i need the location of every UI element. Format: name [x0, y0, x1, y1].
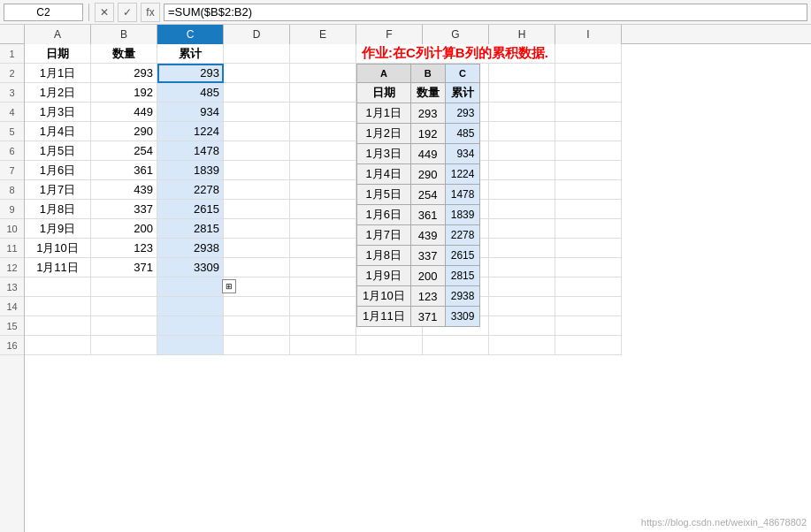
cell-A3[interactable]: 1月2日	[25, 83, 91, 103]
cell-G11[interactable]	[423, 239, 489, 258]
cell-C5[interactable]: 1224	[157, 122, 224, 141]
cell-C1[interactable]: 累计	[157, 44, 224, 64]
cell-H9[interactable]	[489, 200, 555, 219]
cell-F3[interactable]	[356, 83, 423, 103]
cell-C12[interactable]: 3309	[157, 258, 224, 277]
cell-B7[interactable]: 361	[91, 161, 157, 180]
cell-A14[interactable]	[25, 297, 91, 316]
cell-D11[interactable]	[224, 239, 290, 258]
cell-I5[interactable]	[555, 122, 622, 141]
row-num-16[interactable]: 16	[0, 336, 24, 355]
cell-F11[interactable]	[356, 239, 423, 258]
cell-B3[interactable]: 192	[91, 83, 157, 103]
cell-B11[interactable]: 123	[91, 239, 157, 258]
cell-C8[interactable]: 2278	[157, 180, 224, 200]
cell-G12[interactable]	[423, 258, 489, 277]
cell-I15[interactable]	[555, 316, 622, 336]
row-num-13[interactable]: 13	[0, 277, 24, 297]
cell-A1[interactable]: 日期	[25, 44, 91, 64]
name-box[interactable]	[4, 4, 83, 21]
cell-A8[interactable]: 1月7日	[25, 180, 91, 200]
cell-G6[interactable]	[423, 141, 489, 161]
cell-A5[interactable]: 1月4日	[25, 122, 91, 141]
cell-A16[interactable]	[25, 336, 91, 355]
cell-B1[interactable]: 数量	[91, 44, 157, 64]
cell-I12[interactable]	[555, 258, 622, 277]
col-header-B[interactable]: B	[91, 25, 157, 44]
col-header-D[interactable]: D	[224, 25, 290, 44]
cell-C9[interactable]: 2615	[157, 200, 224, 219]
cell-D5[interactable]	[224, 122, 290, 141]
cell-I9[interactable]	[555, 200, 622, 219]
cell-C2[interactable]: 293	[157, 64, 224, 83]
cell-I3[interactable]	[555, 83, 622, 103]
col-header-I[interactable]: I	[555, 25, 622, 44]
cell-I11[interactable]	[555, 239, 622, 258]
row-num-8[interactable]: 8	[0, 180, 24, 200]
cell-I7[interactable]	[555, 161, 622, 180]
cell-D14[interactable]	[224, 297, 290, 316]
cell-E1[interactable]	[290, 44, 356, 64]
cell-E15[interactable]	[290, 316, 356, 336]
cell-I8[interactable]	[555, 180, 622, 200]
cell-D10[interactable]	[224, 219, 290, 239]
cell-I10[interactable]	[555, 219, 622, 239]
row-num-14[interactable]: 14	[0, 297, 24, 316]
cell-G5[interactable]	[423, 122, 489, 141]
cell-F7[interactable]	[356, 161, 423, 180]
col-header-E[interactable]: E	[290, 25, 356, 44]
cell-C7[interactable]: 1839	[157, 161, 224, 180]
cell-C15[interactable]	[157, 316, 224, 336]
row-num-1[interactable]: 1	[0, 44, 24, 64]
cell-H8[interactable]	[489, 180, 555, 200]
cell-C4[interactable]: 934	[157, 103, 224, 122]
cell-G4[interactable]	[423, 103, 489, 122]
col-header-C[interactable]: C	[157, 25, 224, 44]
cell-H14[interactable]	[489, 297, 555, 316]
cell-F2[interactable]	[356, 64, 423, 83]
cell-H2[interactable]	[489, 64, 555, 83]
cell-I14[interactable]	[555, 297, 622, 316]
cell-H6[interactable]	[489, 141, 555, 161]
cell-B8[interactable]: 439	[91, 180, 157, 200]
row-num-12[interactable]: 12	[0, 258, 24, 277]
cell-H3[interactable]	[489, 83, 555, 103]
row-num-9[interactable]: 9	[0, 200, 24, 219]
col-header-A[interactable]: A	[25, 25, 91, 44]
cell-D16[interactable]	[224, 336, 290, 355]
cell-E7[interactable]	[290, 161, 356, 180]
cell-G8[interactable]	[423, 180, 489, 200]
cell-F6[interactable]	[356, 141, 423, 161]
cell-F13[interactable]	[356, 277, 423, 297]
cell-C16[interactable]	[157, 336, 224, 355]
cell-D8[interactable]	[224, 180, 290, 200]
cell-A9[interactable]: 1月8日	[25, 200, 91, 219]
cell-I4[interactable]	[555, 103, 622, 122]
row-num-11[interactable]: 11	[0, 239, 24, 258]
cell-D4[interactable]	[224, 103, 290, 122]
cell-C13[interactable]	[157, 277, 224, 297]
cell-F12[interactable]	[356, 258, 423, 277]
cell-F16[interactable]	[356, 336, 423, 355]
col-header-H[interactable]: H	[489, 25, 555, 44]
cell-H4[interactable]	[489, 103, 555, 122]
cell-E5[interactable]	[290, 122, 356, 141]
row-num-4[interactable]: 4	[0, 103, 24, 122]
cell-I1[interactable]	[555, 44, 622, 64]
cancel-button[interactable]: ✕	[95, 3, 114, 22]
row-num-3[interactable]: 3	[0, 83, 24, 103]
col-header-G[interactable]: G	[423, 25, 489, 44]
cell-D2[interactable]	[224, 64, 290, 83]
confirm-button[interactable]: ✓	[118, 3, 137, 22]
cell-A12[interactable]: 1月11日	[25, 258, 91, 277]
cell-F8[interactable]	[356, 180, 423, 200]
cell-G10[interactable]	[423, 219, 489, 239]
cell-G7[interactable]	[423, 161, 489, 180]
fx-button[interactable]: fx	[141, 3, 160, 22]
cell-E4[interactable]	[290, 103, 356, 122]
cell-B16[interactable]	[91, 336, 157, 355]
cell-B10[interactable]: 200	[91, 219, 157, 239]
cell-D9[interactable]	[224, 200, 290, 219]
cell-E16[interactable]	[290, 336, 356, 355]
cell-G16[interactable]	[423, 336, 489, 355]
